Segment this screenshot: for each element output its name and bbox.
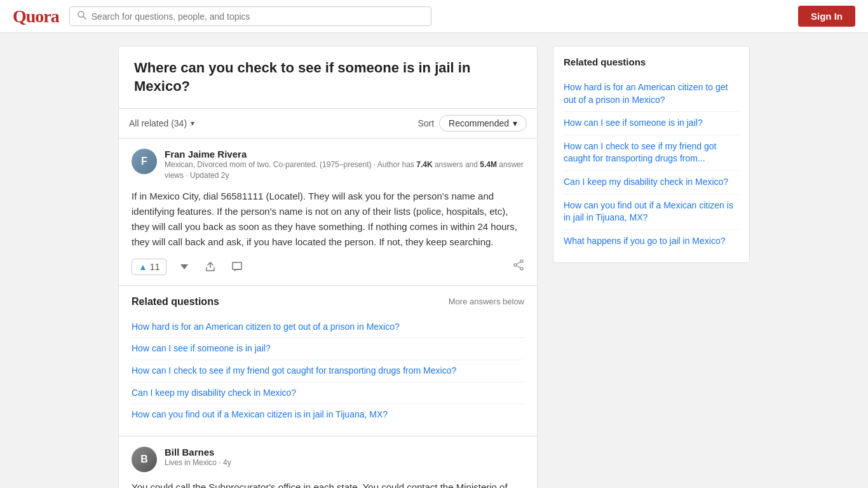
upvote-button-1[interactable]: ▲ 11 [132, 259, 166, 275]
answer-card-2: B Bill Barnes Lives in Mexico · 4y You c… [118, 437, 538, 488]
svg-line-1 [83, 17, 86, 19]
quora-logo: Quora [13, 6, 59, 27]
sidebar-box: Related questions How hard is for an Ame… [553, 46, 750, 263]
filter-bar: All related (34) ▾ Sort Recommended ▾ [118, 109, 538, 139]
svg-point-2 [520, 260, 523, 262]
question-box: Where can you check to see if someone is… [118, 46, 538, 109]
main-content: Where can you check to see if someone is… [118, 46, 538, 488]
author-row-2: B Bill Barnes Lives in Mexico · 4y [132, 447, 524, 472]
question-title: Where can you check to see if someone is… [134, 59, 522, 95]
search-icon [78, 11, 86, 22]
more-answers-label: More answers below [449, 297, 524, 306]
sidebar-link-5[interactable]: What happens if you go to jail in Mexico… [564, 230, 739, 253]
related-link-inline-2[interactable]: How can I check to see if my friend got … [132, 360, 524, 383]
related-link-inline-4[interactable]: How can you find out if a Mexican citize… [132, 404, 524, 426]
author-meta-2: Lives in Mexico · 4y [165, 458, 524, 468]
author-info-2: Bill Barnes Lives in Mexico · 4y [165, 447, 524, 468]
search-bar[interactable] [69, 6, 432, 26]
answer-card-1: F Fran Jaime Rivera Mexican, Divorced mo… [118, 139, 538, 286]
page-layout: Where can you check to see if someone is… [53, 33, 815, 488]
related-link-inline-0[interactable]: How hard is for an American citizen to g… [132, 316, 524, 339]
upvote-icon: ▲ [139, 262, 147, 272]
related-inline: Related questions More answers below How… [118, 286, 538, 437]
sort-area: Sort Recommended ▾ [417, 115, 527, 132]
related-inline-title: Related questions [132, 296, 219, 308]
recommended-button[interactable]: Recommended ▾ [439, 115, 527, 132]
answer-text-1: If in Mexico City, dial 56581111 (Locate… [132, 189, 524, 250]
related-inline-header: Related questions More answers below [132, 296, 524, 308]
sort-label: Sort [417, 118, 434, 128]
author-name-1[interactable]: Fran Jaime Rivera [165, 149, 524, 159]
related-link-inline-3[interactable]: Can I keep my disability check in Mexico… [132, 383, 524, 405]
external-share-button-1[interactable] [513, 259, 524, 274]
sidebar-link-0[interactable]: How hard is for an American citizen to g… [564, 76, 739, 112]
author-name-2[interactable]: Bill Barnes [165, 447, 524, 458]
sidebar-title: Related questions [564, 57, 739, 67]
sidebar-link-2[interactable]: How can I check to see if my friend got … [564, 135, 739, 171]
share-button-1[interactable] [202, 259, 219, 275]
avatar-1: F [132, 149, 157, 174]
author-meta-1: Mexican, Divorced mom of two. Co-parente… [165, 159, 524, 181]
answer-text-2: You could call the Subprocurator's offic… [132, 480, 524, 488]
author-info-1: Fran Jaime Rivera Mexican, Divorced mom … [165, 149, 524, 181]
related-link-inline-1[interactable]: How can I see if someone is in jail? [132, 338, 524, 360]
author-row-1: F Fran Jaime Rivera Mexican, Divorced mo… [132, 149, 524, 181]
sign-in-button[interactable]: Sign In [798, 6, 855, 27]
recommended-label: Recommended [449, 118, 509, 128]
svg-point-4 [520, 268, 523, 270]
sidebar-link-3[interactable]: Can I keep my disability check in Mexico… [564, 171, 739, 194]
chevron-down-icon: ▾ [191, 119, 194, 128]
avatar-2: B [132, 447, 157, 472]
sidebar-link-4[interactable]: How can you find out if a Mexican citize… [564, 194, 739, 230]
all-related-label: All related (34) [129, 118, 187, 128]
upvote-count-1: 11 [150, 262, 160, 272]
svg-point-3 [514, 264, 517, 266]
svg-line-5 [517, 262, 520, 264]
comment-button-1[interactable] [229, 259, 245, 275]
sidebar-link-1[interactable]: How can I see if someone is in jail? [564, 112, 739, 135]
search-input[interactable] [92, 11, 424, 22]
all-related-dropdown[interactable]: All related (34) ▾ [129, 118, 194, 128]
sidebar: Related questions How hard is for an Ame… [553, 46, 750, 488]
downvote-button-1[interactable] [177, 259, 192, 274]
header: Quora Sign In [0, 0, 868, 33]
answer-actions-1: ▲ 11 [132, 259, 524, 275]
svg-line-6 [517, 266, 520, 268]
chevron-down-icon: ▾ [513, 118, 517, 128]
